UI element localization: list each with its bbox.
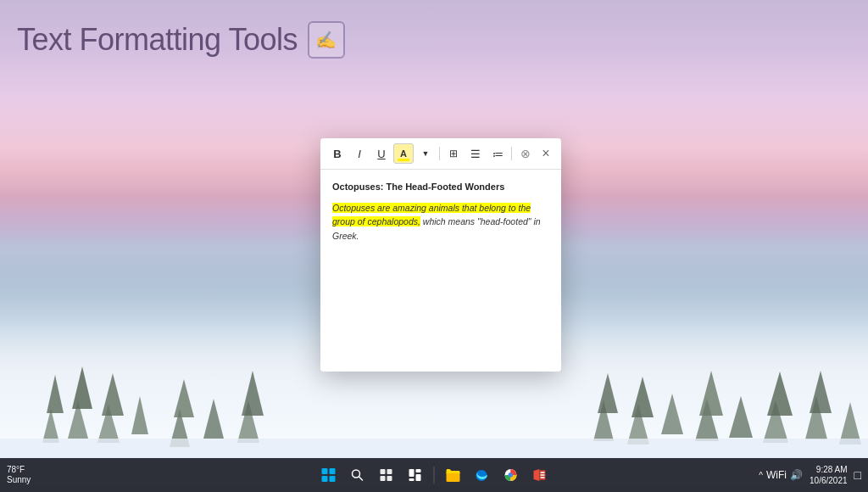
chevron-up-icon[interactable]: ^ (759, 471, 763, 480)
svg-rect-43 (541, 477, 545, 478)
chrome-icon (504, 467, 519, 483)
widget-title-text: Text Formatting Tools (17, 22, 298, 58)
toolbar-separator-2 (511, 147, 512, 160)
svg-marker-21 (767, 372, 793, 416)
svg-marker-15 (632, 377, 654, 417)
underline-button[interactable]: U (371, 143, 392, 164)
svg-marker-24 (839, 402, 861, 444)
chevron-down-button[interactable]: ▼ (415, 143, 436, 164)
weather-condition: Sunny (7, 475, 31, 485)
svg-rect-41 (541, 472, 545, 473)
clear-formatting-button[interactable]: ⊗ (515, 143, 536, 164)
wifi-icon[interactable]: WiFi (766, 469, 787, 481)
widgets-button[interactable] (403, 463, 427, 487)
svg-rect-28 (381, 469, 386, 474)
svg-rect-34 (416, 474, 421, 481)
file-explorer-button[interactable] (442, 463, 465, 487)
svg-marker-0 (42, 409, 59, 443)
content-body: Octopuses are amazing animals that belon… (332, 201, 549, 243)
search-icon (351, 468, 364, 482)
svg-marker-9 (203, 399, 224, 439)
task-view-button[interactable] (375, 463, 398, 487)
office-icon (532, 467, 548, 483)
editor-toolbar: B I U A ▼ ⊞ ☰ ≔ ⊗ × (320, 138, 561, 170)
svg-marker-23 (810, 371, 832, 413)
svg-rect-33 (416, 469, 421, 472)
toolbar-separator-1 (439, 147, 440, 160)
svg-line-27 (359, 477, 363, 480)
editor-dialog: B I U A ▼ ⊞ ☰ ≔ ⊗ × Octopuses: The Head-… (320, 138, 561, 372)
svg-marker-13 (598, 373, 618, 413)
editor-content-area[interactable]: Octopuses: The Head-Footed Wonders Octop… (320, 170, 561, 372)
taskbar-center-icons (317, 463, 552, 487)
italic-button[interactable]: I (349, 143, 370, 164)
unordered-list-button[interactable]: ☰ (465, 143, 486, 164)
widget-icon: ✍ (315, 30, 337, 50)
svg-marker-6 (131, 396, 148, 434)
svg-rect-29 (387, 469, 392, 474)
weather-widget[interactable]: 78°F Sunny (7, 465, 31, 485)
taskbar-right: ^ WiFi 🔊 9:28 AM 10/6/2021 □ (759, 464, 861, 486)
close-button[interactable]: × (537, 145, 554, 162)
notification-icon[interactable]: □ (854, 468, 861, 482)
svg-rect-42 (541, 474, 545, 476)
svg-marker-5 (102, 373, 124, 416)
svg-marker-19 (729, 396, 753, 438)
system-clock[interactable]: 9:28 AM 10/6/2021 (810, 464, 848, 486)
edge-button[interactable] (470, 463, 494, 487)
edge-icon (475, 467, 490, 483)
bold-button[interactable]: B (327, 143, 348, 164)
file-explorer-icon (446, 467, 461, 483)
svg-rect-25 (0, 439, 868, 460)
windows-logo-icon (322, 468, 336, 482)
highlight-button[interactable]: A (393, 143, 414, 164)
taskbar-left: 78°F Sunny (7, 465, 37, 485)
clock-time: 9:28 AM (810, 464, 848, 475)
content-title: Octopuses: The Head-Footed Wonders (332, 180, 549, 194)
svg-marker-1 (47, 375, 64, 413)
svg-marker-18 (699, 371, 723, 416)
office-button[interactable] (528, 463, 552, 487)
task-view-icon (380, 468, 393, 482)
widget-title-area: Text Formatting Tools ✍ (17, 21, 345, 59)
widget-icon-box[interactable]: ✍ (308, 21, 345, 59)
taskbar: 78°F Sunny (0, 458, 868, 492)
volume-icon[interactable]: 🔊 (790, 469, 803, 481)
taskbar-separator (434, 467, 435, 484)
ordered-list-button[interactable]: ≔ (487, 143, 508, 164)
svg-marker-11 (242, 371, 264, 416)
svg-rect-30 (381, 476, 386, 481)
table-button[interactable]: ⊞ (443, 143, 464, 164)
chrome-button[interactable] (499, 463, 523, 487)
svg-rect-32 (409, 469, 415, 477)
clock-date: 10/6/2021 (810, 475, 848, 486)
svg-marker-3 (72, 366, 92, 409)
svg-rect-31 (387, 476, 392, 481)
svg-rect-35 (409, 478, 415, 481)
svg-point-39 (509, 473, 513, 478)
search-button[interactable] (346, 463, 370, 487)
widgets-icon (409, 468, 422, 482)
svg-marker-16 (661, 394, 683, 434)
weather-temp: 78°F (7, 465, 31, 475)
system-tray: ^ WiFi 🔊 (759, 469, 803, 481)
svg-marker-8 (174, 379, 194, 417)
start-button[interactable] (317, 463, 341, 487)
